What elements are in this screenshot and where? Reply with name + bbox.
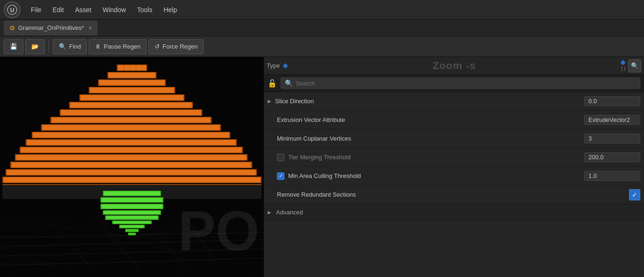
property-row: Slice Direction 0.0 bbox=[264, 92, 644, 111]
lock-icon[interactable]: 🔓 bbox=[268, 79, 277, 88]
min-area-culling-value[interactable]: 1.0 bbox=[584, 171, 640, 181]
find-button[interactable]: 🔍 Find bbox=[53, 39, 87, 54]
open-button[interactable]: 📂 bbox=[25, 39, 45, 54]
tab-grammar[interactable]: ⚙ Grammar_OnPrimitives* × bbox=[4, 21, 98, 36]
svg-rect-60 bbox=[101, 198, 163, 202]
svg-rect-35 bbox=[51, 117, 211, 123]
menu-tools[interactable]: Tools bbox=[132, 0, 158, 19]
svg-rect-41 bbox=[11, 162, 251, 168]
slice-direction-value[interactable]: 0.0 bbox=[584, 96, 640, 106]
svg-rect-59 bbox=[104, 191, 160, 196]
svg-rect-29 bbox=[108, 72, 156, 78]
advanced-arrow[interactable] bbox=[266, 209, 273, 216]
force-regen-label: Force Regen bbox=[163, 43, 198, 50]
property-row: Remove Redundant Sections ✓ bbox=[264, 185, 644, 204]
min-coplanar-label: Minimum Coplanar Vertices bbox=[277, 135, 584, 142]
find-icon: 🔍 bbox=[59, 43, 66, 50]
svg-rect-36 bbox=[42, 125, 220, 130]
viewport-watermark: PO bbox=[178, 199, 259, 263]
slice-direction-label: Slice Direction bbox=[275, 98, 584, 105]
menu-file[interactable]: File bbox=[25, 0, 47, 19]
search-icon: 🔍 bbox=[285, 79, 293, 87]
svg-rect-31 bbox=[90, 87, 174, 93]
property-row: Tier Merging Threshold 200.0 bbox=[264, 148, 644, 167]
force-regen-icon: ↺ bbox=[155, 43, 160, 50]
tab-label: Grammar_OnPrimitives* bbox=[18, 24, 84, 31]
svg-rect-37 bbox=[33, 132, 229, 138]
ue-logo: U bbox=[4, 1, 21, 18]
remove-redundant-value[interactable]: ✓ bbox=[629, 189, 640, 200]
menu-asset[interactable]: Asset bbox=[70, 0, 97, 19]
min-area-culling-label: Min Area Culling Threshold bbox=[288, 172, 584, 179]
open-icon: 📂 bbox=[31, 43, 39, 50]
tab-icon: ⚙ bbox=[9, 24, 15, 32]
menu-window[interactable]: Window bbox=[97, 0, 132, 19]
svg-rect-32 bbox=[80, 95, 184, 100]
svg-rect-33 bbox=[70, 102, 192, 108]
menu-help[interactable]: Help bbox=[158, 0, 183, 19]
svg-rect-62 bbox=[104, 211, 160, 214]
tab-bar: ⚙ Grammar_OnPrimitives* × bbox=[0, 20, 644, 36]
pause-icon: ⏸ bbox=[95, 43, 101, 50]
svg-rect-39 bbox=[21, 147, 242, 153]
property-row: Minimum Coplanar Vertices 3 bbox=[264, 129, 644, 148]
type-indicator bbox=[283, 63, 288, 68]
min-coplanar-value[interactable]: 3 bbox=[584, 134, 640, 143]
type-label: Type bbox=[267, 62, 280, 69]
find-label: Find bbox=[69, 43, 81, 50]
toolbar-separator-1 bbox=[49, 40, 49, 53]
advanced-label: Advanced bbox=[276, 209, 303, 216]
svg-rect-34 bbox=[61, 110, 201, 115]
svg-rect-57 bbox=[125, 229, 139, 232]
svg-rect-38 bbox=[27, 140, 236, 145]
property-row: Extrusion Vector Attribute ExtrudeVector… bbox=[264, 111, 644, 129]
checkmark-blue-icon: ✓ bbox=[632, 191, 637, 199]
search-bar: 🔓 🔍 bbox=[264, 75, 644, 92]
main-content: PO Type Zoom -s | | 🔍 🔓 🔍 bbox=[0, 57, 644, 277]
pause-regen-button[interactable]: ⏸ Pause Regen bbox=[89, 39, 147, 54]
svg-text:U: U bbox=[10, 7, 14, 14]
search-input-wrap: 🔍 bbox=[281, 78, 640, 89]
viewport[interactable]: PO bbox=[0, 57, 264, 277]
svg-rect-61 bbox=[101, 204, 163, 209]
viewport-search-icon: 🔍 bbox=[631, 62, 638, 69]
menu-edit[interactable]: Edit bbox=[47, 0, 70, 19]
tier-merging-value[interactable]: 200.0 bbox=[584, 152, 640, 162]
menu-bar: U File Edit Asset Window Tools Help bbox=[0, 0, 644, 20]
remove-redundant-label: Remove Redundant Sections bbox=[277, 191, 629, 198]
toolbar: 💾 📂 🔍 Find ⏸ Pause Regen ↺ Force Regen bbox=[0, 36, 644, 57]
tier-merging-label: Tier Merging Threshold bbox=[288, 154, 584, 161]
svg-rect-42 bbox=[7, 170, 256, 175]
viewport-search-button[interactable]: 🔍 bbox=[628, 59, 641, 72]
svg-rect-63 bbox=[106, 216, 158, 220]
checkmark-icon: ✓ bbox=[279, 173, 283, 178]
save-button[interactable]: 💾 bbox=[4, 39, 23, 54]
svg-rect-64 bbox=[113, 221, 151, 224]
expand-arrow-slice[interactable] bbox=[266, 98, 273, 105]
pause-regen-label: Pause Regen bbox=[104, 43, 141, 50]
svg-rect-40 bbox=[16, 155, 247, 160]
property-row: ✓ Min Area Culling Threshold 1.0 bbox=[264, 167, 644, 185]
zoom-indicator: Zoom -s bbox=[290, 60, 618, 72]
save-icon: 💾 bbox=[10, 43, 17, 50]
properties-panel: Slice Direction 0.0 Extrusion Vector Att… bbox=[264, 92, 644, 277]
force-regen-button[interactable]: ↺ Force Regen bbox=[149, 39, 204, 54]
svg-rect-65 bbox=[120, 225, 144, 228]
svg-rect-58 bbox=[128, 233, 136, 235]
type-zoom-bar: Type Zoom -s | | 🔍 bbox=[264, 57, 644, 75]
zoom-top-indicator bbox=[621, 60, 626, 65]
search-input[interactable] bbox=[296, 80, 636, 87]
svg-rect-30 bbox=[99, 80, 165, 85]
extrusion-vector-label: Extrusion Vector Attribute bbox=[277, 116, 584, 123]
scroll-indicator: | | bbox=[621, 65, 625, 71]
min-area-culling-checkbox[interactable]: ✓ bbox=[277, 172, 284, 180]
advanced-section[interactable]: Advanced bbox=[264, 204, 644, 221]
tier-merging-checkbox[interactable] bbox=[277, 154, 284, 161]
tab-close-button[interactable]: × bbox=[89, 25, 92, 31]
right-panel: Type Zoom -s | | 🔍 🔓 🔍 Slice D bbox=[264, 57, 644, 277]
zoom-arrows: | | bbox=[621, 61, 625, 71]
extrusion-vector-value[interactable]: ExtrudeVector2 bbox=[584, 115, 640, 125]
svg-rect-43 bbox=[3, 177, 261, 183]
